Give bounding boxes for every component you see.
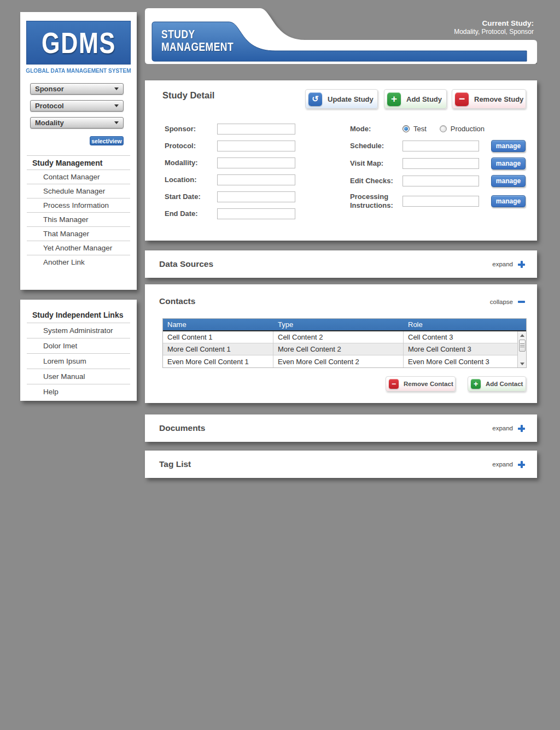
production-radio[interactable] [440, 125, 447, 132]
scroll-down-button[interactable] [518, 360, 526, 367]
mode-test-option[interactable]: Test [402, 125, 427, 133]
expand-label: expand [492, 261, 513, 267]
grip-icon [520, 343, 524, 348]
remove-study-label: Remove Study [474, 95, 523, 103]
sidebar-item-system-administrator[interactable]: System Administrator [27, 323, 130, 338]
contacts-title: Contacts [159, 296, 195, 306]
study-detail-panel: Study Detail ↺ Update Study + Add Study … [145, 80, 537, 241]
sidebar-item-that-manager[interactable]: That Manager [27, 226, 130, 241]
mode-row: Mode: Test Production [350, 123, 530, 135]
triangle-up-icon [520, 334, 524, 337]
end-date-field[interactable] [217, 208, 295, 219]
sponsor-dropdown-label: Sponsor [35, 85, 64, 93]
protocol-label: Protocol: [165, 142, 217, 150]
start-date-label: Start Date: [165, 192, 217, 201]
sponsor-dropdown[interactable]: Sponsor [30, 83, 124, 95]
data-sources-expand-toggle[interactable]: expand [492, 261, 525, 268]
sidebar-item-process-information[interactable]: Process Information [27, 198, 130, 212]
sidebar-item-schedule-manager[interactable]: Schedule Manager [27, 184, 130, 198]
processing-instructions-label: Processing Instructions: [350, 192, 402, 209]
scroll-up-button[interactable] [518, 331, 526, 339]
start-date-field[interactable] [217, 191, 295, 202]
filter-dropdowns: Sponsor Protocol Modality [30, 83, 124, 129]
tag-list-expand-toggle[interactable]: expand [492, 461, 525, 468]
cell-type: Cell Content 2 [273, 331, 404, 343]
table-row[interactable]: More Cell Content 1 More Cell Content 2 … [163, 343, 517, 355]
manage-edit-checks-button[interactable]: manage [491, 175, 526, 187]
study-detail-title: Study Detail [162, 90, 214, 101]
remove-contact-button[interactable]: − Remove Contact [386, 376, 456, 392]
add-study-label: Add Study [406, 95, 442, 103]
schedule-row: Schedule: manage [350, 140, 530, 152]
expand-label: expand [492, 461, 513, 468]
mode-label: Mode: [350, 125, 402, 133]
contacts-table: Name Type Role Cell Content 1 Cell Conte… [162, 318, 527, 368]
documents-title: Documents [159, 423, 205, 433]
protocol-field[interactable] [217, 141, 295, 151]
schedule-label: Schedule: [350, 142, 402, 150]
minus-icon: − [389, 379, 399, 389]
documents-panel: Documents expand [145, 414, 537, 442]
current-study-label: Current Study: [454, 19, 534, 27]
documents-expand-toggle[interactable]: expand [492, 425, 525, 432]
protocol-dropdown[interactable]: Protocol [30, 100, 124, 112]
page-title-line1: STUDY [161, 28, 234, 40]
processing-instructions-field[interactable] [402, 196, 479, 207]
modality-field[interactable] [217, 157, 295, 168]
location-field[interactable] [217, 174, 295, 185]
visit-map-label: Visit Map: [350, 159, 402, 168]
contacts-collapse-toggle[interactable]: collapse [490, 299, 525, 305]
edit-checks-row: Edit Checks: manage [350, 175, 530, 187]
remove-study-button[interactable]: − Remove Study [452, 89, 526, 109]
current-study: Current Study: Modality, Protocol, Spons… [454, 19, 534, 36]
edit-checks-field[interactable] [402, 176, 479, 186]
nav-header-study-management: Study Management [27, 155, 130, 170]
add-study-button[interactable]: + Add Study [384, 89, 447, 109]
plus-icon: + [387, 92, 401, 106]
protocol-row: Protocol: [165, 140, 323, 151]
visit-map-field[interactable] [402, 158, 479, 169]
scrollbar-thumb[interactable] [519, 340, 526, 352]
study-independent-nav: Study Independent Links System Administr… [27, 307, 130, 399]
add-contact-button[interactable]: + Add Contact [468, 376, 526, 392]
sidebar-item-dolor-imet[interactable]: Dolor Imet [27, 338, 130, 353]
manage-processing-instructions-button[interactable]: manage [491, 195, 526, 207]
column-header-role[interactable]: Role [404, 319, 526, 330]
sidebar-item-yet-another-manager[interactable]: Yet Another Manager [27, 241, 130, 255]
cell-role: Cell Content 3 [404, 331, 517, 343]
study-management-nav: Study Management Contact Manager Schedul… [27, 155, 130, 269]
mode-production-option[interactable]: Production [440, 125, 485, 133]
cell-name: Cell Content 1 [163, 331, 273, 343]
table-scrollbar[interactable] [517, 331, 526, 367]
collapse-minus-icon [518, 301, 525, 303]
test-radio[interactable] [402, 125, 410, 132]
sidebar-item-contact-manager[interactable]: Contact Manager [27, 170, 130, 184]
sidebar-item-lorem-ipsum[interactable]: Lorem Ipsum [27, 353, 130, 369]
sponsor-field[interactable] [217, 124, 295, 135]
manage-schedule-button[interactable]: manage [491, 140, 526, 152]
schedule-field[interactable] [402, 141, 479, 151]
tag-list-title: Tag List [159, 459, 191, 469]
triangle-down-icon [520, 363, 524, 365]
gdms-logo: GDMS [26, 21, 131, 65]
table-row[interactable]: Even More Cell Content 1 Even More Cell … [163, 355, 517, 367]
column-header-name[interactable]: Name [163, 319, 273, 330]
table-row[interactable]: Cell Content 1 Cell Content 2 Cell Conte… [163, 331, 517, 343]
update-study-button[interactable]: ↺ Update Study [305, 89, 378, 109]
sidebar-item-another-link[interactable]: Another Link [27, 255, 130, 269]
tag-list-panel: Tag List expand [145, 451, 537, 478]
select-view-button[interactable]: select/view [90, 136, 124, 145]
expand-plus-icon [518, 461, 525, 468]
sidebar-item-help[interactable]: Help [27, 384, 130, 399]
start-date-row: Start Date: [165, 191, 323, 202]
modality-dropdown[interactable]: Modality [30, 117, 124, 129]
sidebar-item-this-manager[interactable]: This Manager [27, 212, 130, 226]
gdms-logo-subtitle: GLOBAL DATA MANAGEMENT SYSTEM [25, 67, 132, 74]
column-header-type[interactable]: Type [273, 319, 404, 330]
end-date-row: End Date: [165, 208, 323, 219]
plus-icon: + [471, 379, 481, 389]
processing-instructions-row: Processing Instructions: manage [350, 192, 530, 209]
sidebar-item-user-manual[interactable]: User Manual [27, 369, 130, 384]
scrollbar-track[interactable] [518, 352, 526, 360]
manage-visit-map-button[interactable]: manage [491, 157, 526, 170]
